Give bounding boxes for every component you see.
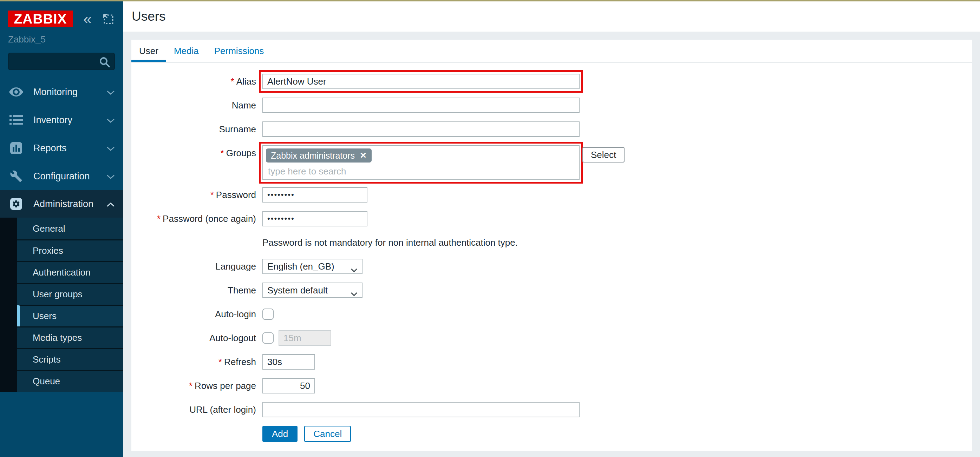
sidebar-item-authentication[interactable]: Authentication bbox=[17, 261, 123, 283]
annotation-highlight-alias bbox=[259, 70, 583, 93]
autologin-label: Auto-login bbox=[131, 306, 262, 322]
chevron-down-icon bbox=[107, 115, 115, 126]
server-name: Zabbix_5 bbox=[0, 27, 123, 45]
annotation-highlight-groups: Zabbix administrators ✕ type here to sea… bbox=[259, 142, 583, 184]
autologout-interval-field bbox=[278, 330, 331, 346]
password-repeat-label: *Password (once again) bbox=[131, 211, 262, 226]
group-chip: Zabbix administrators ✕ bbox=[266, 149, 372, 162]
tab-user[interactable]: User bbox=[131, 40, 166, 62]
language-select[interactable]: English (en_GB) bbox=[262, 259, 363, 274]
zabbix-logo[interactable]: ZABBIX bbox=[8, 11, 73, 27]
sidebar-item-label: Administration bbox=[33, 199, 94, 209]
chevron-down-icon bbox=[107, 87, 115, 98]
alias-label: *Alias bbox=[131, 74, 262, 89]
sidebar-item-scripts[interactable]: Scripts bbox=[17, 348, 123, 370]
sidebar-item-label: Configuration bbox=[33, 171, 90, 182]
sidebar-item-reports[interactable]: Reports bbox=[0, 134, 123, 162]
sidebar-item-administration[interactable]: Administration bbox=[0, 190, 123, 217]
chevron-down-icon bbox=[350, 288, 358, 299]
groups-search-placeholder[interactable]: type here to search bbox=[268, 166, 576, 177]
surname-label: Surname bbox=[131, 121, 262, 137]
groups-label: *Groups bbox=[131, 145, 262, 161]
groups-select-button[interactable]: Select bbox=[582, 147, 625, 162]
theme-label: Theme bbox=[131, 282, 262, 298]
tab-permissions[interactable]: Permissions bbox=[207, 40, 272, 62]
sidebar-item-inventory[interactable]: Inventory bbox=[0, 106, 123, 134]
tab-bar: User Media Permissions bbox=[131, 40, 972, 63]
chevron-up-icon bbox=[107, 199, 115, 209]
sidebar-search bbox=[8, 52, 115, 70]
sidebar: ZABBIX « Zabbix_5 bbox=[0, 2, 123, 457]
eye-icon bbox=[8, 86, 24, 98]
sidebar-item-users[interactable]: Users bbox=[17, 305, 123, 327]
sidebar-item-media-types[interactable]: Media types bbox=[17, 327, 123, 348]
autologin-checkbox[interactable] bbox=[262, 308, 274, 320]
name-field[interactable] bbox=[262, 98, 579, 113]
url-label: URL (after login) bbox=[131, 402, 262, 417]
alias-field[interactable] bbox=[262, 74, 579, 89]
add-button[interactable]: Add bbox=[262, 426, 298, 442]
chevron-down-icon bbox=[107, 171, 115, 182]
list-icon bbox=[8, 114, 24, 126]
user-form: *Alias Name Surname *Groups bbox=[131, 63, 972, 442]
page-title: Users bbox=[132, 9, 166, 24]
main-content: Users User Media Permissions *Alias Name bbox=[123, 2, 980, 457]
password-field[interactable] bbox=[262, 187, 368, 203]
sidebar-item-label: Reports bbox=[33, 143, 67, 154]
language-label: Language bbox=[131, 259, 262, 274]
administration-submenu: General Proxies Authentication User grou… bbox=[0, 217, 123, 392]
password-note: Password is not mandatory for non intern… bbox=[262, 237, 518, 248]
surname-field[interactable] bbox=[262, 121, 579, 137]
rows-per-page-label: *Rows per page bbox=[131, 378, 262, 394]
theme-select[interactable]: System default bbox=[262, 282, 363, 298]
password-repeat-field[interactable] bbox=[262, 211, 368, 226]
autologout-label: Auto-logout bbox=[131, 330, 262, 346]
sidebar-item-monitoring[interactable]: Monitoring bbox=[0, 78, 123, 106]
name-label: Name bbox=[131, 98, 262, 113]
chip-close-icon[interactable]: ✕ bbox=[360, 151, 367, 160]
search-input[interactable] bbox=[9, 53, 114, 70]
sidebar-nav: Monitoring Inventory bbox=[0, 78, 123, 392]
collapse-sidebar-icon[interactable]: « bbox=[83, 12, 92, 26]
user-form-card: User Media Permissions *Alias Name Surna… bbox=[131, 40, 972, 451]
page-header: Users bbox=[123, 2, 980, 32]
group-chip-label: Zabbix administrators bbox=[271, 151, 355, 161]
sidebar-item-proxies[interactable]: Proxies bbox=[17, 240, 123, 261]
sidebar-item-configuration[interactable]: Configuration bbox=[0, 162, 123, 190]
gear-icon bbox=[8, 198, 24, 210]
fullscreen-icon[interactable] bbox=[102, 13, 114, 25]
url-field[interactable] bbox=[262, 402, 579, 417]
sidebar-item-user-groups[interactable]: User groups bbox=[17, 283, 123, 305]
chevron-down-icon bbox=[107, 143, 115, 154]
autologout-checkbox[interactable] bbox=[262, 332, 274, 344]
sidebar-item-label: Monitoring bbox=[33, 87, 78, 98]
wrench-icon bbox=[8, 170, 24, 182]
password-label: *Password bbox=[131, 187, 262, 203]
sidebar-item-queue[interactable]: Queue bbox=[17, 370, 123, 392]
bar-chart-icon bbox=[8, 142, 24, 154]
top-accent-bar bbox=[0, 0, 980, 2]
rows-per-page-field[interactable] bbox=[262, 378, 315, 394]
sidebar-item-general[interactable]: General bbox=[17, 217, 123, 240]
tab-media[interactable]: Media bbox=[166, 40, 207, 62]
chevron-down-icon bbox=[350, 264, 358, 275]
refresh-label: *Refresh bbox=[131, 354, 262, 370]
cancel-button[interactable]: Cancel bbox=[304, 426, 351, 442]
search-icon[interactable] bbox=[99, 56, 111, 70]
groups-multiselect[interactable]: Zabbix administrators ✕ type here to sea… bbox=[262, 145, 579, 180]
sidebar-item-label: Inventory bbox=[33, 115, 72, 126]
refresh-field[interactable] bbox=[262, 354, 315, 370]
